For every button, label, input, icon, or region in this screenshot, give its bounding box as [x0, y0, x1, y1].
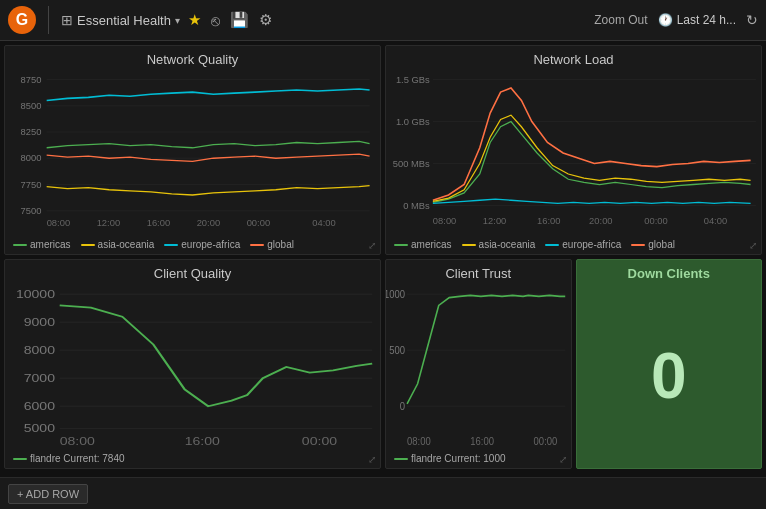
legend-europe-africa: europe-africa [164, 239, 240, 250]
client-trust-chart: 1000 500 0 08:00 16:00 00:00 [386, 283, 571, 451]
topbar: G ⊞ Essential Health ▾ ★ ⎋ 💾 ⚙ Zoom Out … [0, 0, 766, 41]
network-load-chart: 1.5 GBs 1.0 GBs 500 MBs 0 MBs 08:00 12:0… [386, 69, 761, 237]
legend-nl-americas: americas [394, 239, 452, 250]
bottom-right-grid: Client Trust 1000 500 0 08:00 16:00 00:0… [385, 259, 762, 469]
svg-text:8000: 8000 [21, 152, 42, 163]
dashboard-name: Essential Health [77, 13, 171, 28]
network-load-legend: americas asia-oceania europe-africa glob… [386, 237, 761, 254]
dashboard-selector[interactable]: ⊞ Essential Health ▾ [61, 12, 180, 28]
client-quality-title: Client Quality [5, 260, 380, 283]
svg-text:08:00: 08:00 [433, 215, 456, 226]
legend-ct-flandre: flandre Current: 1000 [394, 453, 506, 464]
svg-text:8000: 8000 [24, 344, 55, 356]
dashboard-grid: Network Quality 8750 8500 8250 8000 7750… [0, 41, 766, 477]
svg-text:8250: 8250 [21, 126, 42, 137]
client-trust-panel: Client Trust 1000 500 0 08:00 16:00 00:0… [385, 259, 572, 469]
svg-text:04:00: 04:00 [312, 217, 335, 228]
svg-text:1.5 GBs: 1.5 GBs [396, 74, 430, 85]
client-quality-legend: flandre Current: 7840 [5, 451, 380, 468]
svg-text:0: 0 [400, 400, 406, 411]
svg-text:0 MBs: 0 MBs [403, 200, 430, 211]
svg-text:16:00: 16:00 [537, 215, 560, 226]
svg-text:7500: 7500 [21, 205, 42, 216]
svg-text:04:00: 04:00 [704, 215, 727, 226]
time-range-picker[interactable]: 🕐 Last 24 h... [658, 13, 736, 27]
clock-icon: 🕐 [658, 13, 673, 27]
svg-rect-19 [386, 69, 761, 237]
legend-asia-oceania: asia-oceania [81, 239, 155, 250]
svg-text:16:00: 16:00 [185, 436, 220, 448]
down-clients-title: Down Clients [577, 260, 762, 283]
expand-icon-nl: ⤢ [749, 240, 757, 251]
add-row-button[interactable]: + ADD ROW [8, 484, 88, 504]
settings-icon[interactable]: ⚙ [259, 11, 272, 29]
time-range-label: Last 24 h... [677, 13, 736, 27]
svg-text:5000: 5000 [24, 423, 55, 435]
svg-text:8500: 8500 [21, 100, 42, 111]
grafana-logo[interactable]: G [8, 6, 36, 34]
network-quality-legend: americas asia-oceania europe-africa glob… [5, 237, 380, 254]
client-quality-panel: Client Quality 10000 9000 8000 7000 6000… [4, 259, 381, 469]
svg-text:08:00: 08:00 [47, 217, 70, 228]
svg-text:6000: 6000 [24, 400, 55, 412]
legend-cq-flandre: flandre Current: 7840 [13, 453, 125, 464]
expand-icon-cq: ⤢ [368, 454, 376, 465]
client-trust-legend: flandre Current: 1000 [386, 451, 571, 468]
legend-nl-europe: europe-africa [545, 239, 621, 250]
client-trust-title: Client Trust [386, 260, 571, 283]
legend-nl-asia: asia-oceania [462, 239, 536, 250]
svg-text:00:00: 00:00 [302, 436, 337, 448]
svg-text:08:00: 08:00 [407, 436, 431, 447]
svg-rect-0 [5, 69, 380, 237]
svg-text:20:00: 20:00 [589, 215, 612, 226]
network-load-title: Network Load [386, 46, 761, 69]
svg-text:12:00: 12:00 [97, 217, 120, 228]
network-quality-chart: 8750 8500 8250 8000 7750 7500 08:00 12:0… [5, 69, 380, 237]
save-icon[interactable]: 💾 [230, 11, 249, 29]
zoom-out-button[interactable]: Zoom Out [594, 13, 647, 27]
svg-text:10000: 10000 [16, 288, 55, 300]
svg-text:08:00: 08:00 [60, 436, 95, 448]
client-quality-chart: 10000 9000 8000 7000 6000 5000 08:00 16:… [5, 283, 380, 451]
legend-global: global [250, 239, 294, 250]
share-icon[interactable]: ⎋ [211, 12, 220, 29]
down-clients-panel: Down Clients 0 [576, 259, 763, 469]
svg-rect-50 [386, 283, 571, 451]
topbar-actions: ★ ⎋ 💾 ⚙ [188, 11, 272, 29]
down-clients-value: 0 [577, 283, 762, 468]
svg-text:8750: 8750 [21, 74, 42, 85]
add-row-bar: + ADD ROW [0, 477, 766, 509]
svg-text:7750: 7750 [21, 179, 42, 190]
network-quality-title: Network Quality [5, 46, 380, 69]
expand-icon-ct: ⤢ [559, 454, 567, 465]
svg-text:9000: 9000 [24, 316, 55, 328]
svg-rect-34 [5, 283, 380, 451]
svg-text:12:00: 12:00 [483, 215, 506, 226]
topbar-right: Zoom Out 🕐 Last 24 h... ↻ [594, 12, 758, 28]
topbar-divider [48, 6, 49, 34]
svg-text:00:00: 00:00 [644, 215, 667, 226]
svg-text:1000: 1000 [386, 288, 406, 299]
svg-text:00:00: 00:00 [247, 217, 270, 228]
svg-text:500 MBs: 500 MBs [393, 158, 430, 169]
svg-text:1.0 GBs: 1.0 GBs [396, 116, 430, 127]
svg-text:7000: 7000 [24, 372, 55, 384]
network-load-panel: Network Load 1.5 GBs 1.0 GBs 500 MBs 0 M… [385, 45, 762, 255]
star-icon[interactable]: ★ [188, 11, 201, 29]
chevron-down-icon: ▾ [175, 15, 180, 26]
expand-icon: ⤢ [368, 240, 376, 251]
svg-text:00:00: 00:00 [534, 436, 558, 447]
network-quality-panel: Network Quality 8750 8500 8250 8000 7750… [4, 45, 381, 255]
legend-nl-global: global [631, 239, 675, 250]
legend-americas: americas [13, 239, 71, 250]
refresh-button[interactable]: ↻ [746, 12, 758, 28]
svg-text:16:00: 16:00 [470, 436, 494, 447]
svg-text:500: 500 [389, 344, 405, 355]
grid-icon: ⊞ [61, 12, 73, 28]
svg-text:16:00: 16:00 [147, 217, 170, 228]
svg-text:20:00: 20:00 [197, 217, 220, 228]
